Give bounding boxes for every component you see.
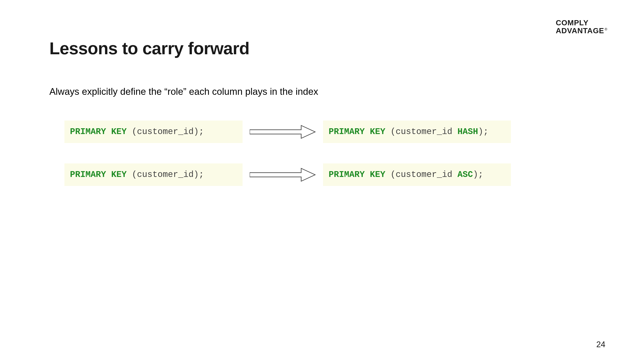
keyword: ASC	[458, 170, 473, 179]
column-name: customer_id	[396, 127, 458, 137]
column-name: customer_id	[137, 170, 194, 179]
code-text: );	[478, 127, 488, 137]
code-rows: PRIMARY KEY (customer_id); PRIMARY KEY (…	[49, 120, 595, 186]
code-text: );	[194, 170, 204, 179]
keyword: PRIMARY KEY	[329, 127, 385, 137]
page-number: 24	[596, 340, 605, 349]
keyword: PRIMARY KEY	[329, 170, 385, 179]
code-text: );	[473, 170, 483, 179]
arrow-right-icon	[242, 167, 323, 182]
code-row: PRIMARY KEY (customer_id); PRIMARY KEY (…	[64, 163, 534, 186]
slide-title: Lessons to carry forward	[49, 39, 595, 58]
logo-line-2-text: ADVANTAGE	[556, 26, 604, 35]
code-text: (	[385, 170, 396, 179]
code-row: PRIMARY KEY (customer_id); PRIMARY KEY (…	[64, 120, 534, 143]
arrow-right-icon	[242, 124, 323, 139]
svg-marker-1	[250, 168, 315, 181]
code-text: (	[385, 127, 396, 137]
code-box-right: PRIMARY KEY (customer_id ASC);	[323, 163, 511, 186]
logo-line-2: ADVANTAGE®	[556, 27, 608, 35]
code-box-right: PRIMARY KEY (customer_id HASH);	[323, 120, 511, 143]
code-text: (	[127, 170, 137, 179]
keyword: PRIMARY KEY	[70, 170, 127, 179]
keyword: HASH	[458, 127, 478, 137]
logo-registered: ®	[604, 27, 608, 31]
column-name: customer_id	[396, 170, 458, 179]
svg-marker-0	[250, 125, 315, 138]
code-box-left: PRIMARY KEY (customer_id);	[64, 120, 242, 143]
brand-logo: COMPLY ADVANTAGE®	[556, 19, 608, 35]
logo-line-1: COMPLY	[556, 19, 608, 27]
code-box-left: PRIMARY KEY (customer_id);	[64, 163, 242, 186]
slide: COMPLY ADVANTAGE® Lessons to carry forwa…	[0, 0, 644, 362]
column-name: customer_id	[137, 127, 194, 137]
code-text: (	[127, 127, 137, 137]
keyword: PRIMARY KEY	[70, 127, 127, 137]
code-text: );	[194, 127, 204, 137]
slide-subtitle: Always explicitly define the “role” each…	[49, 86, 595, 97]
